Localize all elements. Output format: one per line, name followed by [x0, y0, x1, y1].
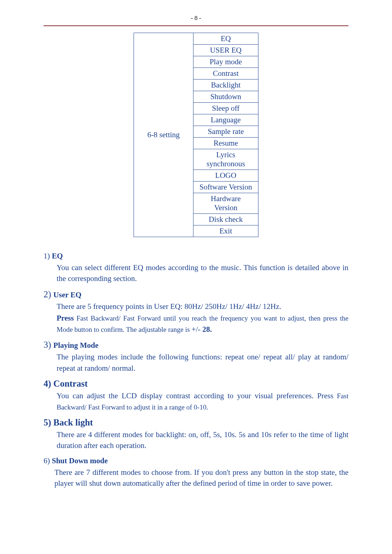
section-3-header: 3) Playing Mode	[44, 340, 348, 350]
settings-row: Exit	[193, 225, 258, 237]
settings-row: EQ	[193, 33, 258, 45]
settings-row: Play mode	[193, 56, 258, 68]
section-3-title: Playing Mode	[53, 341, 98, 350]
section-2-range-bold: 28.	[203, 325, 212, 334]
section-6-number: 6)	[44, 456, 52, 465]
content: 1) EQ You can select different EQ modes …	[44, 252, 348, 489]
settings-row: Hardware Version	[193, 193, 258, 214]
section-6-body: There are 7 different modes to choose fr…	[54, 467, 348, 489]
section-5-number: 5)	[44, 417, 53, 427]
section-2-range: +/-	[192, 325, 203, 334]
press-label: Press	[57, 314, 74, 322]
page-number: - 8 -	[44, 15, 348, 24]
section-4-body-a: You can adjust the LCD display contrast …	[57, 391, 337, 400]
section-5-body: There are 4 different modes for backligh…	[57, 429, 348, 451]
settings-row: Sleep off	[193, 103, 258, 114]
section-5-title: Back light	[53, 417, 93, 427]
settings-row: USER EQ	[193, 45, 258, 56]
section-4-body: You can adjust the LCD display contrast …	[57, 390, 348, 412]
settings-table: 6-8 setting EQ USER EQ Play mode Contras…	[134, 33, 258, 237]
settings-row: Shutdown	[193, 91, 258, 103]
section-2-line2: Press Fast Backward/ Fast Forward until …	[57, 313, 348, 335]
section-4-title: Contrast	[53, 379, 87, 388]
section-5-header: 5) Back light	[44, 417, 348, 428]
section-6-title: Shut Down mode	[52, 456, 108, 465]
section-4-number: 4)	[44, 379, 53, 388]
settings-table-wrap: 6-8 setting EQ USER EQ Play mode Contras…	[44, 33, 348, 237]
section-1-title: EQ	[52, 252, 63, 260]
section-1-number: 1)	[44, 252, 52, 260]
section-4-header: 4) Contrast	[44, 379, 348, 389]
settings-row: LOGO	[193, 170, 258, 182]
settings-row: Disk check	[193, 214, 258, 225]
section-3-number: 3)	[44, 340, 53, 350]
section-1-header: 1) EQ	[44, 252, 348, 261]
settings-row: Lyrics synchronous	[193, 149, 258, 170]
settings-row: Language	[193, 114, 258, 126]
settings-row: Software Version	[193, 182, 258, 193]
section-3-body: The playing modes include the following …	[57, 351, 348, 374]
header-rule	[44, 25, 348, 26]
settings-row: Contrast	[193, 68, 258, 80]
settings-row: Backlight	[193, 80, 258, 91]
section-1-body: You can select different EQ modes accord…	[57, 262, 348, 284]
section-2-title: User EQ	[53, 290, 81, 299]
settings-row: Resume	[193, 138, 258, 149]
section-2-line1: There are 5 frequency points in User EQ:…	[57, 301, 348, 312]
section-6-header: 6) Shut Down mode	[44, 456, 348, 465]
section-2-number: 2)	[44, 289, 53, 299]
section-2-header: 2) User EQ	[44, 289, 348, 300]
settings-left-label: 6-8 setting	[134, 33, 193, 237]
settings-row: Sample rate	[193, 126, 258, 138]
